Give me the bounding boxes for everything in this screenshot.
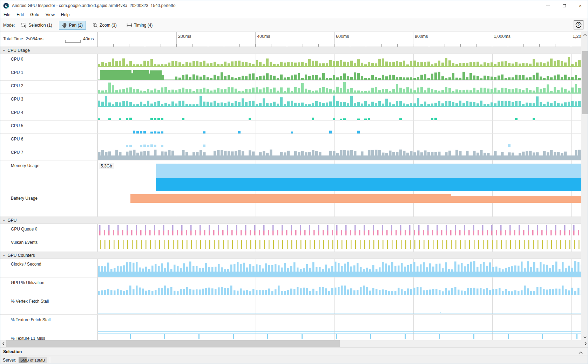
vertical-scrollbar[interactable] [581, 32, 588, 340]
window-title: Android GPU Inspector - com.google.andro… [12, 3, 175, 8]
collapse-triangle-icon: ▾ [3, 254, 5, 257]
mode-button-label: Pan (2) [69, 23, 83, 28]
menu-item-edit[interactable]: Edit [13, 11, 27, 19]
track-canvas[interactable] [98, 315, 581, 333]
track-label-cell: Vulkan Events [0, 237, 98, 252]
minimize-button[interactable] [540, 0, 556, 11]
track-row-cpu-3: CPU 3 [0, 94, 581, 107]
track-label: CPU 5 [11, 123, 23, 128]
help-icon: ? [575, 22, 582, 28]
memory-value-label: 5.3Gb [99, 163, 114, 169]
menu-bar: FileEditGotoViewHelp [0, 11, 588, 19]
horizontal-scrollbar-thumb[interactable] [6, 340, 340, 347]
scroll-up-icon[interactable] [581, 32, 588, 38]
track-canvas[interactable] [98, 259, 581, 277]
track-label: Memory Usage [11, 163, 39, 168]
track-row-battery-usage: Battery Usage [0, 193, 581, 217]
track-label-cell: CPU 3 [0, 94, 98, 107]
track-canvas[interactable] [98, 121, 581, 133]
server-memory-text: 5MB of 18MB [19, 358, 47, 362]
track-canvas[interactable] [98, 81, 581, 94]
track-label: CPU 3 [11, 97, 23, 102]
track-label-cell: % Texture Fetch Stall [0, 315, 98, 333]
section-label: GPU [8, 218, 17, 223]
track-label: % Texture Fetch Stall [11, 317, 50, 322]
scroll-down-icon[interactable] [581, 334, 588, 340]
track-canvas[interactable] [98, 134, 581, 147]
selection-panel-title: Selection [3, 349, 22, 354]
track-row-vulkan-events: Vulkan Events [0, 237, 581, 252]
track-canvas[interactable] [98, 94, 581, 107]
toolbar: Mode: Selection (1)Pan (2)Zoom (3)Timing… [0, 19, 588, 32]
mode-button-timing[interactable]: Timing (4) [123, 21, 156, 29]
track-label: Vulkan Events [11, 240, 38, 245]
scroll-left-icon[interactable] [0, 340, 6, 347]
menu-item-help[interactable]: Help [58, 11, 73, 19]
selection-panel-header[interactable]: Selection [0, 347, 588, 356]
track-canvas[interactable] [98, 67, 581, 80]
title-bar: Android GPU Inspector - com.google.andro… [0, 0, 588, 11]
track-row--texture-fetch-stall: % Texture Fetch Stall [0, 315, 581, 333]
track-label-cell: Battery Usage [0, 193, 98, 217]
pan-icon [62, 22, 67, 28]
track-row-cpu-5: CPU 5 [0, 121, 581, 134]
mode-button-pan[interactable]: Pan (2) [59, 21, 86, 30]
track-row-cpu-1: CPU 1 [0, 67, 581, 81]
collapse-panel-icon[interactable] [579, 349, 583, 356]
track-canvas[interactable] [98, 333, 581, 340]
ruler-tick-label: 800ms [415, 34, 428, 39]
horizontal-scrollbar[interactable] [0, 340, 588, 347]
track-label-cell: CPU 7 [0, 147, 98, 160]
track-row-cpu-0: CPU 0 [0, 54, 581, 67]
menu-item-goto[interactable]: Goto [27, 11, 42, 19]
status-bar: Server: 5MB of 18MB [0, 356, 588, 364]
track-label-cell: CPU 0 [0, 54, 98, 67]
track-label: Battery Usage [11, 196, 38, 201]
vertical-scrollbar-thumb[interactable] [582, 51, 588, 114]
menu-item-view[interactable]: View [42, 11, 58, 19]
track-row-cpu-4: CPU 4 [0, 107, 581, 121]
track-canvas[interactable] [98, 147, 581, 160]
track-canvas[interactable] [98, 237, 581, 252]
track-canvas[interactable] [98, 296, 581, 314]
track-label: CPU 2 [11, 83, 23, 88]
collapse-triangle-icon: ▾ [3, 219, 5, 222]
track-label: GPU Queue 0 [11, 227, 37, 232]
track-label: CPU 1 [11, 70, 23, 75]
mode-button-label: Timing (4) [134, 23, 153, 28]
help-button[interactable]: ? [574, 20, 583, 29]
track-label-cell: % Vertex Fetch Stall [0, 296, 98, 314]
mode-label: Mode: [3, 23, 15, 28]
track-canvas[interactable] [98, 224, 581, 237]
mode-button-label: Zoom (3) [100, 23, 117, 28]
scroll-right-icon[interactable] [582, 340, 588, 347]
maximize-button[interactable] [556, 0, 572, 11]
section-header-gpu[interactable]: ▾GPU [0, 217, 581, 224]
track-label: CPU 0 [11, 57, 23, 62]
track-label-cell: GPU % Utilization [0, 277, 98, 296]
close-button[interactable]: × [572, 0, 588, 11]
track-canvas[interactable]: 5.3Gb [98, 160, 581, 193]
section-header-gpu-counters[interactable]: ▾GPU Counters [0, 252, 581, 259]
track-label: Clocks / Second [11, 262, 41, 267]
status-separator [50, 357, 50, 363]
server-label: Server: [3, 358, 16, 363]
track-area[interactable]: ▾CPU UsageCPU 0CPU 1CPU 2CPU 3CPU 4CPU 5… [0, 47, 581, 340]
track-label: CPU 6 [11, 137, 23, 142]
menu-item-file[interactable]: File [0, 11, 13, 19]
collapse-triangle-icon: ▾ [3, 49, 5, 52]
section-label: CPU Usage [8, 48, 30, 53]
timeline-ruler[interactable]: 200ms400ms600ms800ms1,000ms1,200ms Total… [0, 32, 588, 47]
track-row-cpu-6: CPU 6 [0, 134, 581, 147]
track-canvas[interactable] [98, 107, 581, 120]
track-canvas[interactable] [98, 193, 581, 217]
track-label-cell: CPU 2 [0, 81, 98, 94]
mode-button-zoom[interactable]: Zoom (3) [89, 21, 120, 30]
track-canvas[interactable] [98, 277, 581, 296]
mode-button-selection[interactable]: Selection (1) [18, 21, 55, 30]
mode-button-label: Selection (1) [28, 23, 52, 28]
section-header-cpu-usage[interactable]: ▾CPU Usage [0, 47, 581, 54]
track-canvas[interactable] [98, 54, 581, 67]
track-row-gpu-queue-0: GPU Queue 0 [0, 224, 581, 237]
ruler-left-panel: Total Time: 2s084ms 40ms [0, 32, 98, 47]
